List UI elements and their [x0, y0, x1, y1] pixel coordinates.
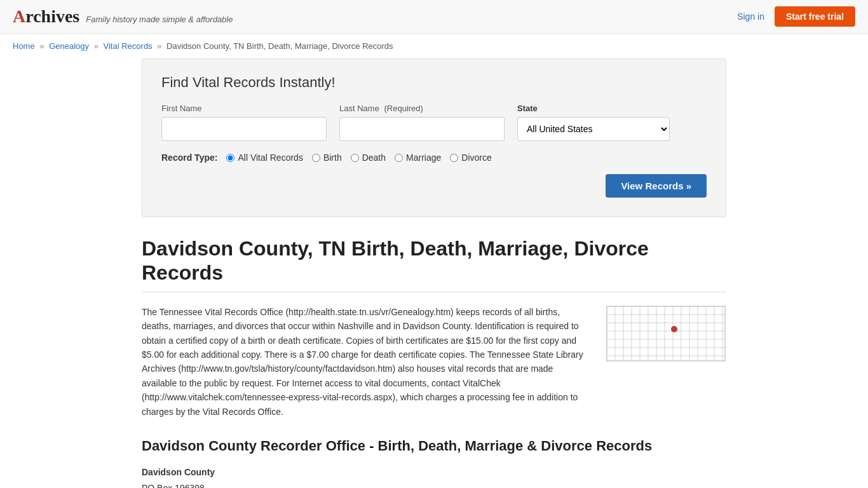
record-type-birth[interactable]: Birth — [312, 152, 342, 163]
record-type-row: Record Type: All Vital Records Birth Dea… — [161, 152, 707, 163]
map-container — [606, 305, 726, 419]
radio-divorce[interactable] — [450, 154, 458, 162]
search-box: Find Vital Records Instantly! First Name… — [142, 58, 726, 217]
start-trial-button[interactable]: Start free trial — [775, 6, 855, 27]
recorder-name: Davidson County — [142, 467, 215, 477]
record-type-death[interactable]: Death — [351, 152, 386, 163]
description-section: The Tennessee Vital Records Office (http… — [142, 305, 726, 419]
radio-marriage[interactable] — [395, 154, 403, 162]
breadcrumb-home[interactable]: Home — [13, 41, 35, 51]
title-divider — [142, 292, 726, 292]
header-left: Archives Family history made simple & af… — [13, 6, 233, 27]
breadcrumb: Home » Genealogy » Vital Records » David… — [0, 34, 868, 58]
radio-birth[interactable] — [312, 154, 320, 162]
record-type-all-vital[interactable]: All Vital Records — [226, 152, 302, 163]
last-name-input[interactable] — [339, 117, 505, 141]
tennessee-map — [606, 305, 726, 362]
state-label: State — [517, 104, 670, 113]
state-group: State All United States Alabama Alaska T… — [517, 104, 670, 141]
breadcrumb-sep-2: » — [94, 41, 98, 51]
first-name-label: First Name — [161, 104, 327, 113]
recorder-section: Davidson County Recorder Office - Birth,… — [142, 438, 726, 488]
description-paragraph: The Tennessee Vital Records Office (http… — [142, 305, 587, 419]
record-type-marriage[interactable]: Marriage — [395, 152, 441, 163]
site-tagline: Family history made simple & affordable — [86, 15, 233, 24]
search-title: Find Vital Records Instantly! — [161, 74, 707, 91]
breadcrumb-vital-records[interactable]: Vital Records — [104, 41, 153, 51]
recorder-title: Davidson County Recorder Office - Birth,… — [142, 438, 726, 454]
site-header: Archives Family history made simple & af… — [0, 0, 868, 34]
breadcrumb-sep-1: » — [39, 41, 44, 51]
county-marker — [671, 326, 677, 332]
radio-death[interactable] — [351, 154, 359, 162]
sign-in-link[interactable]: Sign in — [737, 11, 764, 22]
main-content: Find Vital Records Instantly! First Name… — [129, 58, 739, 488]
site-logo: Archives — [13, 6, 79, 27]
header-right: Sign in Start free trial — [737, 6, 855, 27]
recorder-address-line1: PO Box 196398 — [142, 480, 726, 488]
search-fields: First Name Last Name (Required) State Al… — [161, 104, 707, 141]
last-name-label: Last Name (Required) — [339, 104, 505, 113]
description-text: The Tennessee Vital Records Office (http… — [142, 305, 587, 419]
breadcrumb-current: Davidson County, TN Birth, Death, Marria… — [166, 41, 393, 51]
first-name-input[interactable] — [161, 117, 327, 141]
radio-all-vital[interactable] — [226, 154, 234, 162]
breadcrumb-sep-3: » — [157, 41, 161, 51]
last-name-group: Last Name (Required) — [339, 104, 505, 141]
search-btn-row: View Records » — [161, 174, 707, 198]
view-records-button[interactable]: View Records » — [606, 174, 707, 198]
record-type-label: Record Type: — [161, 152, 217, 163]
page-title: Davidson County, TN Birth, Death, Marria… — [142, 236, 726, 285]
recorder-details: Davidson County PO Box 196398 Nashville,… — [142, 464, 726, 488]
breadcrumb-genealogy[interactable]: Genealogy — [49, 41, 89, 51]
first-name-group: First Name — [161, 104, 327, 141]
record-type-divorce[interactable]: Divorce — [450, 152, 491, 163]
state-select[interactable]: All United States Alabama Alaska Tenness… — [517, 117, 670, 141]
